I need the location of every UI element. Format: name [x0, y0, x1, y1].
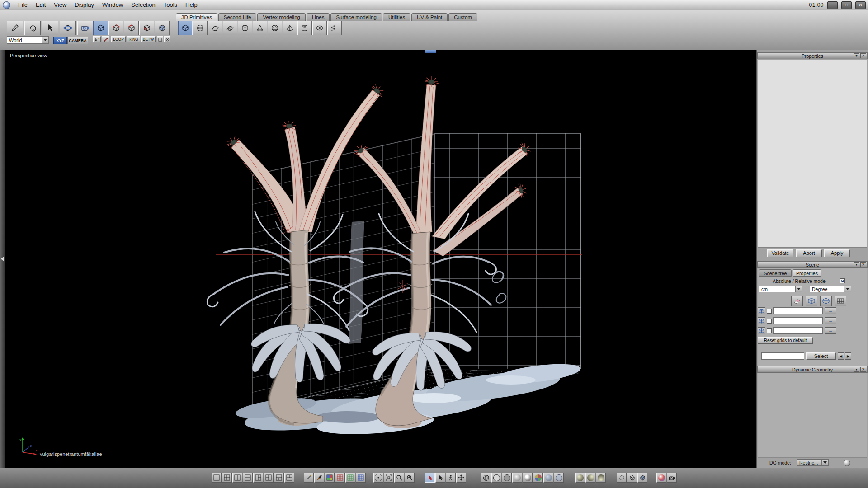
viewport-top-handle[interactable]	[425, 50, 436, 53]
smooth-sphere-icon[interactable]	[512, 473, 522, 483]
selection-mode-vertex-icon[interactable]	[108, 21, 123, 35]
validate-button[interactable]: Validate	[767, 249, 793, 257]
light-sphere-c-icon[interactable]	[596, 473, 606, 483]
material-sphere-icon[interactable]	[656, 473, 666, 483]
selection-mode-edge-icon[interactable]	[124, 21, 139, 35]
grid-row-3-input[interactable]	[773, 327, 823, 334]
select-red-arrow-icon[interactable]	[425, 473, 435, 483]
tab-lines[interactable]: Lines	[307, 13, 330, 21]
grid-toggle-a-icon[interactable]	[806, 296, 817, 306]
dg-sphere-icon[interactable]	[844, 460, 850, 466]
brush-icon[interactable]	[314, 473, 324, 483]
menu-file[interactable]: File	[14, 0, 32, 10]
world-dropdown-button[interactable]	[42, 37, 48, 43]
layout-quad-icon[interactable]	[222, 473, 232, 483]
menu-view[interactable]: View	[50, 0, 71, 10]
menu-window[interactable]: Window	[98, 0, 127, 10]
zoom-magnifier-icon[interactable]	[394, 473, 404, 483]
grid-toggle-c-icon[interactable]	[835, 296, 846, 306]
layout-three-bottom-icon[interactable]	[284, 473, 294, 483]
layout-single-icon[interactable]	[212, 473, 222, 483]
menu-help[interactable]: Help	[181, 0, 202, 10]
tab-custom[interactable]: Custom	[448, 13, 477, 21]
primitive-cone-icon[interactable]	[253, 21, 267, 35]
grid-toggle-b-icon[interactable]	[820, 296, 832, 306]
camera-axis-button[interactable]: CAMERA	[67, 37, 88, 44]
selection-mode-face-icon[interactable]	[139, 21, 154, 35]
grid-row-3-more-button[interactable]: ...	[825, 327, 836, 334]
select-through-icon[interactable]	[164, 36, 170, 42]
wire-cube-icon[interactable]	[627, 473, 637, 483]
dg-collapse-button[interactable]: ▾	[854, 367, 859, 372]
tab-scene-tree[interactable]: Scene tree	[759, 269, 792, 277]
layout-three-top-icon[interactable]	[274, 473, 284, 483]
properties-panel-header[interactable]: Properties ▾ ✕	[757, 52, 868, 59]
maximize-button[interactable]: □	[841, 1, 852, 9]
menu-edit[interactable]: Edit	[32, 0, 50, 10]
grid-row-2-value[interactable]	[774, 317, 822, 324]
hidden-line-sphere-icon[interactable]	[491, 473, 501, 483]
grid-row-2-input[interactable]	[773, 317, 823, 324]
grid-plane-icon[interactable]	[758, 307, 765, 314]
grid-red-icon[interactable]	[335, 473, 345, 483]
textured-sphere-icon[interactable]	[533, 473, 543, 483]
light-sphere-b-icon[interactable]	[585, 473, 595, 483]
tab-scene-properties[interactable]: Properties	[793, 269, 821, 277]
menu-selection[interactable]: Selection	[127, 0, 159, 10]
dg-close-icon[interactable]: ✕	[860, 367, 866, 372]
primitive-plane-icon[interactable]	[208, 21, 222, 35]
wire-shaded-sphere-icon[interactable]	[543, 473, 553, 483]
light-sphere-a-icon[interactable]	[575, 473, 585, 483]
tab-3d-primitives[interactable]: 3D Primitives	[176, 13, 217, 21]
select-name-input[interactable]	[761, 352, 804, 360]
render-camera-icon[interactable]	[667, 473, 677, 483]
select-black-arrow-icon[interactable]	[435, 473, 445, 483]
primitive-cube-icon[interactable]	[178, 21, 193, 35]
ring-select-button[interactable]: RING	[127, 36, 140, 42]
grid-row-1-input[interactable]	[773, 307, 823, 314]
grid-eraser-icon[interactable]	[791, 296, 803, 306]
dg-mode-dropdown-button[interactable]	[821, 460, 828, 465]
properties-collapse-button[interactable]: ▾	[854, 53, 859, 58]
pan-move-icon[interactable]	[456, 473, 466, 483]
wand-icon[interactable]	[304, 473, 314, 483]
extend-selection-icon[interactable]	[93, 36, 101, 42]
unit-dropdown[interactable]: cm	[759, 286, 802, 292]
layout-three-right-icon[interactable]	[264, 473, 274, 483]
primitive-tube-icon[interactable]	[297, 21, 312, 35]
zoom-magnifier-plus-icon[interactable]	[405, 473, 415, 483]
absolute-relative-checkbox[interactable]	[840, 278, 845, 283]
bounding-box-icon[interactable]	[617, 473, 627, 483]
dg-mode-dropdown[interactable]: Restric...	[797, 459, 829, 466]
four-view-colored-icon[interactable]	[325, 473, 335, 483]
tab-utilities[interactable]: Utilities	[383, 13, 410, 21]
grid-row-1-more-button[interactable]: ...	[825, 307, 836, 314]
select-prev-button[interactable]: ◀	[838, 352, 844, 360]
select-button[interactable]: Select	[806, 352, 836, 360]
loop-select-button[interactable]: LOOP	[111, 36, 126, 42]
primitive-spring-icon[interactable]	[327, 21, 342, 35]
cursor-arrow-icon[interactable]	[42, 21, 58, 35]
menu-display[interactable]: Display	[71, 0, 98, 10]
grid-row-3-checkbox[interactable]	[767, 328, 772, 333]
flat-sphere-icon[interactable]	[502, 473, 512, 483]
tab-uv-paint[interactable]: UV & Paint	[411, 13, 448, 21]
transparent-sphere-icon[interactable]	[554, 473, 564, 483]
menu-tools[interactable]: Tools	[160, 0, 181, 10]
primitive-pyramid-icon[interactable]	[283, 21, 297, 35]
shiny-sphere-icon[interactable]	[523, 473, 533, 483]
select-name-value[interactable]	[762, 352, 804, 360]
layout-split-horizontal-icon[interactable]	[243, 473, 253, 483]
primitive-torus-icon[interactable]	[312, 21, 327, 35]
scene-panel-header[interactable]: Scene ▾ ✕	[757, 261, 868, 268]
tab-vertex-modeling[interactable]: Vertex modeling	[257, 13, 305, 21]
primitive-geodesic-icon[interactable]	[268, 21, 282, 35]
primitive-sphere-icon[interactable]	[193, 21, 208, 35]
apply-button[interactable]: Apply	[824, 249, 850, 257]
rotate-view-icon[interactable]	[24, 21, 41, 35]
grid-row-2-checkbox[interactable]	[767, 319, 772, 324]
angle-dropdown-button[interactable]	[844, 286, 851, 292]
scene-collapse-button[interactable]: ▾	[854, 262, 859, 267]
grid-plane-icon[interactable]	[758, 317, 765, 324]
pencil-tool-icon[interactable]	[7, 21, 23, 35]
